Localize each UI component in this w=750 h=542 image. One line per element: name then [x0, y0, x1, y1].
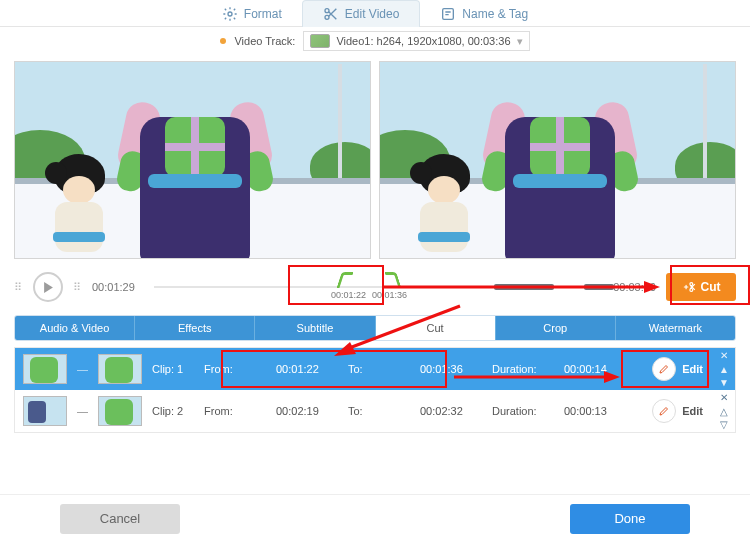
tab-edit-video[interactable]: Edit Video: [302, 0, 421, 27]
clip-index: Clip: 2: [152, 405, 194, 417]
gear-icon: [222, 6, 238, 22]
tab-edit-label: Edit Video: [345, 7, 400, 21]
subtab-watermark[interactable]: Watermark: [616, 316, 735, 340]
cut-handle-left-icon[interactable]: [336, 272, 353, 288]
edit-label: Edit: [682, 405, 703, 417]
clip-thumb: [23, 396, 67, 426]
original-pane: ▸ Original: [14, 61, 371, 259]
duration-label: Duration:: [492, 363, 554, 375]
subtab-label: Subtitle: [297, 322, 334, 334]
clip-index: Clip: 1: [152, 363, 194, 375]
tab-format-label: Format: [244, 7, 282, 21]
edit-button[interactable]: Edit: [652, 357, 703, 381]
cut-from-time: 00:01:22: [331, 290, 366, 300]
to-value: 00:02:32: [420, 405, 482, 417]
play-button[interactable]: [33, 272, 63, 302]
grip-icon[interactable]: ⠿: [14, 281, 23, 294]
svg-point-6: [689, 288, 692, 291]
video-track-bar: Video Track: Video1: h264, 1920x1080, 00…: [0, 27, 750, 55]
edit-button[interactable]: Edit: [652, 399, 703, 423]
clip-thumb: [23, 354, 67, 384]
cut-range[interactable]: 00:01:22 00:01:36: [339, 272, 399, 300]
close-icon[interactable]: ✕: [720, 392, 728, 403]
from-label: From:: [204, 363, 266, 375]
done-button[interactable]: Done: [570, 504, 690, 534]
chevron-down-icon: ▾: [517, 35, 523, 48]
scissors-plus-icon: [682, 280, 696, 294]
cut-handle-right-icon[interactable]: [384, 272, 401, 288]
track-dot-icon: [220, 38, 226, 44]
video-track-select[interactable]: Video1: h264, 1920x1080, 00:03:36 ▾: [303, 31, 529, 51]
subtab-subtitle[interactable]: Subtitle: [255, 316, 375, 340]
duration-value: 00:00:14: [564, 363, 626, 375]
cancel-button[interactable]: Cancel: [60, 504, 180, 534]
footer: Cancel Done: [0, 494, 750, 542]
grip-icon[interactable]: ⠿: [73, 281, 82, 294]
cut-button[interactable]: Cut: [666, 273, 736, 301]
cut-to-time: 00:01:36: [372, 290, 407, 300]
move-down-icon[interactable]: ▼: [719, 377, 729, 388]
close-icon[interactable]: ✕: [720, 350, 728, 361]
move-up-icon[interactable]: ▲: [719, 364, 729, 375]
pencil-icon: [658, 405, 670, 417]
from-value: 00:02:19: [276, 405, 338, 417]
svg-point-0: [228, 12, 232, 16]
subtab-label: Audio & Video: [40, 322, 110, 334]
subtab-label: Cut: [427, 322, 444, 334]
to-label: To:: [348, 405, 410, 417]
current-time: 00:01:29: [92, 281, 144, 293]
edit-label: Edit: [682, 363, 703, 375]
preview-row: ▸ Original Preview: [0, 55, 750, 265]
timeline-row: ⠿ ⠿ 00:01:29 00:01:22 00:01:36 00:03:36 …: [0, 265, 750, 309]
track-thumb-icon: [310, 34, 330, 48]
video-track-label: Video Track:: [234, 35, 295, 47]
timeline[interactable]: 00:01:22 00:01:36: [154, 270, 594, 304]
clip-thumb: [98, 354, 142, 384]
cancel-label: Cancel: [100, 511, 140, 526]
cut-button-label: Cut: [701, 280, 721, 294]
to-label: To:: [348, 363, 410, 375]
subtab-effects[interactable]: Effects: [135, 316, 255, 340]
duration-label: Duration:: [492, 405, 554, 417]
tag-icon: [440, 6, 456, 22]
tab-format[interactable]: Format: [202, 0, 302, 27]
subtab-crop[interactable]: Crop: [496, 316, 616, 340]
link-icon: —: [77, 363, 88, 375]
move-down-icon[interactable]: ▽: [720, 419, 728, 430]
subtab-label: Effects: [178, 322, 211, 334]
scissors-icon: [323, 6, 339, 22]
clip-segment[interactable]: [494, 284, 554, 290]
clip-list: — Clip: 1 From: 00:01:22 To: 00:01:36 Du…: [14, 347, 736, 433]
link-icon: —: [77, 405, 88, 417]
from-label: From:: [204, 405, 266, 417]
done-label: Done: [614, 511, 645, 526]
edit-sub-tabs: Audio & Video Effects Subtitle Cut Crop …: [14, 315, 736, 341]
tab-name-label: Name & Tag: [462, 7, 528, 21]
clip-thumb: [98, 396, 142, 426]
from-value: 00:01:22: [276, 363, 338, 375]
pencil-icon: [658, 363, 670, 375]
duration-value: 00:00:13: [564, 405, 626, 417]
clip-row[interactable]: — Clip: 2 From: 00:02:19 To: 00:02:32 Du…: [15, 390, 735, 432]
top-tabs: Format Edit Video Name & Tag: [0, 0, 750, 27]
preview-pane: Preview: [379, 61, 736, 259]
move-up-icon[interactable]: △: [720, 406, 728, 417]
clip-segment[interactable]: [584, 284, 614, 290]
subtab-cut[interactable]: Cut: [376, 316, 496, 340]
subtab-label: Watermark: [649, 322, 702, 334]
subtab-audio-video[interactable]: Audio & Video: [15, 316, 135, 340]
svg-marker-4: [44, 282, 53, 293]
svg-point-5: [689, 283, 692, 286]
video-track-value: Video1: h264, 1920x1080, 00:03:36: [336, 35, 510, 47]
subtab-label: Crop: [543, 322, 567, 334]
play-icon: [43, 282, 54, 293]
to-value: 00:01:36: [420, 363, 482, 375]
clip-row[interactable]: — Clip: 1 From: 00:01:22 To: 00:01:36 Du…: [15, 348, 735, 390]
tab-name-tag[interactable]: Name & Tag: [420, 0, 548, 27]
